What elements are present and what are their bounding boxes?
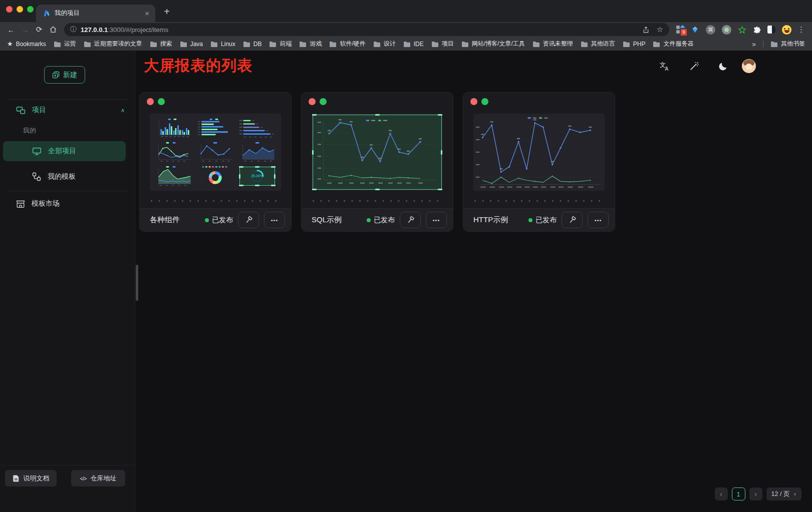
card-traffic-dots <box>147 98 165 105</box>
bookmark-star-icon[interactable]: ☆ <box>657 25 663 34</box>
chevron-up-icon[interactable]: ∧ <box>121 107 125 114</box>
close-tab-icon[interactable]: × <box>145 10 149 17</box>
bookmark-folder[interactable]: IDE <box>403 41 424 48</box>
next-page-button[interactable]: › <box>749 487 762 500</box>
green-star-extension-icon[interactable] <box>738 26 746 34</box>
site-info-icon[interactable]: ⓘ <box>70 25 77 34</box>
mini-area-chart <box>238 142 276 163</box>
divider <box>8 191 127 191</box>
user-avatar[interactable] <box>742 59 756 73</box>
bookmark-folder[interactable]: 其他语言 <box>581 40 615 48</box>
dark-reader-extension-icon[interactable] <box>767 26 775 34</box>
more-actions-button[interactable]: ••• <box>426 212 447 228</box>
url-path: :3000/#/project/items <box>108 26 168 34</box>
minimize-window-button[interactable] <box>17 6 23 13</box>
bookmarks-root[interactable]: ★ Bookmarks <box>7 40 46 48</box>
close-window-button[interactable] <box>6 6 13 13</box>
bookmark-folder[interactable]: 文件服务器 <box>653 40 693 48</box>
publish-status: 已发布 <box>367 216 395 225</box>
reload-icon[interactable]: ⟳ <box>32 23 46 36</box>
page-title: 大屏报表的列表 <box>144 56 252 76</box>
selected-chart-panel <box>313 115 442 190</box>
bookmark-folder[interactable]: 资讯未整理 <box>532 40 573 48</box>
more-actions-button[interactable]: ••• <box>588 212 609 228</box>
green-dot <box>481 98 488 105</box>
edit-project-button[interactable] <box>238 212 259 228</box>
bookmark-folder[interactable]: Linux <box>210 41 235 48</box>
docs-button[interactable]: 说明文档 <box>5 470 57 486</box>
mini-green-area-chart <box>155 166 192 187</box>
code-icon: </> <box>80 475 87 481</box>
back-icon[interactable]: ← <box>4 23 18 36</box>
bookmark-folder[interactable]: Java <box>180 41 203 48</box>
sidebar-item-template-market[interactable]: 模板市场 <box>0 196 135 212</box>
other-bookmarks[interactable]: 其他书签 <box>770 40 805 48</box>
scrollbar-thumb[interactable] <box>136 265 138 301</box>
forward-icon[interactable]: → <box>18 23 32 36</box>
bookmark-folder[interactable]: DB <box>243 41 262 48</box>
bookmark-folder[interactable]: 设计 <box>373 40 396 48</box>
bookmark-folder[interactable]: 搜索 <box>150 40 172 48</box>
project-card[interactable]: SQL示例 已发布 ••• <box>301 92 453 232</box>
bookmark-folder[interactable]: 前端 <box>269 40 292 48</box>
gem-extension-icon[interactable] <box>691 26 699 34</box>
sidebar-item-my-templates[interactable]: 我的模板 <box>3 168 126 186</box>
sidebar-group-label: 我的 <box>23 126 36 135</box>
hammer-icon <box>569 216 576 223</box>
sidebar-item-all-projects[interactable]: 全部项目 <box>3 141 126 161</box>
project-preview-thumbnail: 25.00% <box>150 114 281 191</box>
bookmark-folder[interactable]: 近期需要读的文章 <box>84 40 142 48</box>
current-page-button[interactable]: 1 <box>732 487 745 500</box>
bookmark-folder[interactable]: 软件/硬件 <box>329 40 365 48</box>
project-card[interactable]: 25.00% 各种组件 已发布 <box>139 92 292 232</box>
address-bar[interactable]: ⓘ 127.0.0.1:3000/#/project/items ☆ <box>64 23 669 36</box>
project-card[interactable]: HTTP示例 已发布 ••• <box>463 92 615 232</box>
repo-button[interactable]: </> 仓库地址 <box>71 470 125 486</box>
puzzle-extensions-icon[interactable] <box>753 26 761 34</box>
project-name: SQL示例 <box>312 215 342 225</box>
extension-badge: 9 <box>680 28 688 37</box>
edit-project-button[interactable] <box>562 212 583 228</box>
project-card-list: 25.00% 各种组件 已发布 <box>139 92 615 232</box>
emoji-extension-icon[interactable] <box>782 25 791 35</box>
hammer-icon <box>407 216 414 223</box>
more-actions-button[interactable]: ••• <box>264 212 285 228</box>
red-dot <box>309 98 316 105</box>
green-dot <box>158 98 165 105</box>
share-icon[interactable] <box>642 26 650 34</box>
document-icon <box>13 474 20 482</box>
bookmark-folder[interactable]: 网站/博客/文章/工具 <box>461 40 525 48</box>
extension-grid-icon[interactable]: 9 <box>676 26 684 34</box>
prev-page-button[interactable]: ‹ <box>715 487 728 500</box>
mini-ranking-bar-chart <box>238 118 276 139</box>
dark-mode-moon-icon[interactable] <box>717 60 729 72</box>
command-extension-icon[interactable]: ⌘ <box>706 25 715 35</box>
bookmark-folder[interactable]: PHP <box>623 41 646 48</box>
page-size-select[interactable]: 12 / 页 ∨ <box>766 487 801 500</box>
bookmark-folder[interactable]: 游戏 <box>299 40 322 48</box>
status-dot <box>367 218 371 222</box>
bookmarks-overflow-icon[interactable]: » <box>752 40 756 48</box>
card-traffic-dots <box>309 98 327 105</box>
card-footer: 各种组件 已发布 ••• <box>140 208 291 231</box>
green-dot-extension-icon[interactable] <box>722 25 731 35</box>
magic-wand-icon[interactable] <box>688 60 700 72</box>
publish-status: 已发布 <box>205 216 233 225</box>
language-icon[interactable]: 文A <box>659 60 671 72</box>
new-project-button[interactable]: 新建 <box>44 66 85 84</box>
bookmark-folder[interactable]: 运营 <box>54 40 76 48</box>
bookmarks-label: Bookmarks <box>16 41 46 48</box>
home-icon[interactable] <box>46 23 60 36</box>
bookmark-folder[interactable]: 项目 <box>431 40 454 48</box>
publish-status: 已发布 <box>528 216 557 225</box>
tab-title: 我的项目 <box>55 9 140 18</box>
star-icon: ★ <box>7 40 13 48</box>
browser-menu-icon[interactable]: ⋮ <box>794 25 808 34</box>
new-tab-button[interactable]: + <box>160 5 173 18</box>
browser-tab[interactable]: 我的项目 × <box>36 5 155 22</box>
edit-project-button[interactable] <box>400 212 421 228</box>
dotted-divider <box>474 200 604 202</box>
mini-bar-chart <box>155 118 192 139</box>
zoom-window-button[interactable] <box>27 6 34 13</box>
sidebar-section-project[interactable]: 项目 ∧ <box>0 103 125 118</box>
